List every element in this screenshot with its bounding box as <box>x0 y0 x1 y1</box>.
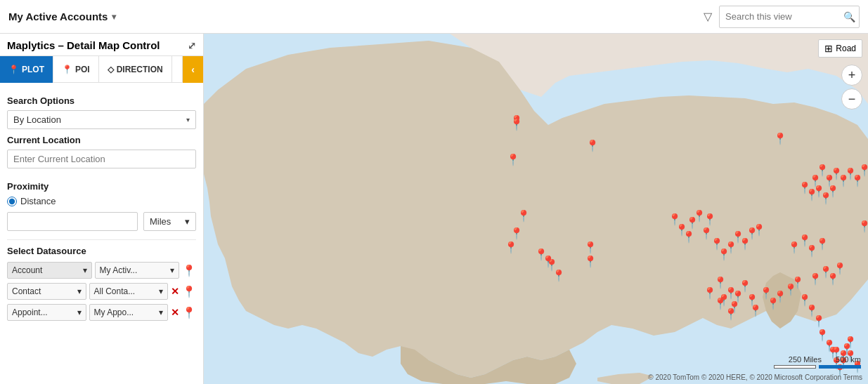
plot-button[interactable]: 📍 PLOT <box>0 56 53 83</box>
ds2-type-value: Contact <box>12 286 41 296</box>
unit-arrow: ▾ <box>185 216 190 227</box>
map-pin[interactable]: 📍 <box>815 239 829 250</box>
map-pin[interactable]: 📍 <box>752 225 766 236</box>
map-pin[interactable]: 📍 <box>738 281 752 292</box>
unit-dropdown[interactable]: Miles ▾ <box>143 212 196 231</box>
ds2-pin-icon[interactable]: 📍 <box>182 285 196 298</box>
map-pin[interactable]: 📍 <box>812 316 826 327</box>
distance-label: Distance <box>20 196 56 206</box>
map-pin[interactable]: 📍 <box>506 154 520 166</box>
search-options-dropdown[interactable]: By Location ▾ <box>7 110 196 129</box>
unit-value: Miles <box>150 216 171 227</box>
current-location-input[interactable] <box>7 150 196 168</box>
collapse-button[interactable]: ‹ <box>182 56 203 83</box>
ds1-type-arrow: ▾ <box>83 265 87 275</box>
map-pin[interactable]: 📍 <box>517 211 531 222</box>
scale-line <box>774 365 861 369</box>
divider <box>7 239 196 240</box>
zoom-out-button[interactable]: − <box>841 88 862 110</box>
collapse-arrow-icon: ‹ <box>191 64 195 75</box>
search-options-arrow: ▾ <box>186 116 190 124</box>
map-type-button[interactable]: ⊞ Road <box>818 39 862 58</box>
distance-radio-label[interactable]: Distance <box>7 196 56 206</box>
map-pin[interactable]: 📍 <box>843 337 857 348</box>
map-title: Maplytics – Detail Map Control <box>7 39 160 51</box>
ds2-view-value: All Conta... <box>94 286 136 296</box>
filter-icon[interactable]: ▽ <box>704 10 712 23</box>
ds3-type-value: Appoint... <box>12 307 48 317</box>
map-pin[interactable]: 📍 <box>826 274 840 285</box>
ds2-view-dropdown[interactable]: All Conta... ▾ <box>89 283 169 300</box>
search-input[interactable] <box>725 11 843 22</box>
main-area: Maplytics – Detail Map Control ⤢ 📍 PLOT … <box>0 34 868 384</box>
ds2-type-arrow: ▾ <box>77 286 82 296</box>
ds3-remove-button[interactable]: ✕ <box>171 307 179 318</box>
datasource-title: Select Datasource <box>7 246 196 256</box>
map-pin[interactable]: 📍 <box>703 214 717 225</box>
poi-label: POI <box>75 65 90 74</box>
map-svg <box>204 34 868 384</box>
ds1-pin-icon[interactable]: 📍 <box>182 264 196 277</box>
ds3-view-arrow: ▾ <box>159 307 163 317</box>
map-pin[interactable]: 📍 <box>585 140 600 152</box>
search-options-value: By Location <box>13 114 61 125</box>
map-pin[interactable]: 📍 <box>731 291 745 303</box>
search-box[interactable]: 🔍 <box>719 6 860 28</box>
map-pin[interactable]: 📍 <box>552 270 566 282</box>
plot-label: PLOT <box>22 65 44 74</box>
ds2-type-dropdown[interactable]: Contact ▾ <box>7 283 86 300</box>
datasource-row-2: Contact ▾ All Conta... ▾ ✕ 📍 <box>7 283 196 300</box>
zoom-controls: + − <box>841 65 862 110</box>
map-pin[interactable]: 📍 <box>826 186 840 197</box>
map-pin[interactable]: 📍 <box>510 228 524 239</box>
ds1-type-dropdown[interactable]: Account ▾ <box>7 262 92 279</box>
map-pin[interactable]: 📍 <box>510 119 524 131</box>
map-area[interactable]: 📍📍📍📍📍📍📍📍📍📍📍📍📍📍📍📍📍📍📍📍📍📍📍📍📍📍📍📍📍📍📍📍📍📍📍📍📍📍📍📍… <box>204 34 868 384</box>
scale-blue-seg <box>819 365 861 369</box>
ds1-view-value: My Activ... <box>100 265 138 275</box>
ds1-view-dropdown[interactable]: My Activ... ▾ <box>95 262 180 279</box>
map-pin[interactable]: 📍 <box>749 305 763 317</box>
ds3-view-value: My Appo... <box>94 307 134 317</box>
ds3-type-arrow: ▾ <box>77 307 82 317</box>
distance-row: Miles ▾ <box>7 212 196 231</box>
map-pin[interactable]: 📍 <box>504 242 518 253</box>
map-pin[interactable]: 📍 <box>541 256 555 267</box>
scale-white-seg <box>774 365 816 369</box>
top-bar: My Active Accounts ▾ ▽ 🔍 <box>0 0 868 34</box>
direction-button[interactable]: ◇ DIRECTION <box>99 56 172 83</box>
poi-button[interactable]: 📍 POI <box>53 56 99 83</box>
expand-icon[interactable]: ⤢ <box>188 40 196 51</box>
map-pin[interactable]: 📍 <box>738 239 752 250</box>
map-pin[interactable]: 📍 <box>682 232 696 243</box>
datasource-row-1: Account ▾ My Activ... ▾ 📍 <box>7 262 196 279</box>
search-icon: 🔍 <box>843 11 855 22</box>
top-bar-actions: ▽ 🔍 <box>704 6 860 28</box>
distance-value-input[interactable] <box>7 212 138 231</box>
ds1-view-arrow: ▾ <box>170 265 174 275</box>
scale-500: 500 km <box>836 355 861 364</box>
map-pin[interactable]: 📍 <box>583 256 597 267</box>
ds3-view-dropdown[interactable]: My Appo... ▾ <box>89 304 169 321</box>
map-pin[interactable]: 📍 <box>773 133 787 145</box>
map-pin[interactable]: 📍 <box>833 263 847 274</box>
map-pin[interactable]: 📍 <box>791 277 805 289</box>
ds2-remove-button[interactable]: ✕ <box>171 286 179 297</box>
map-pin[interactable]: 📍 <box>864 176 868 187</box>
proximity-title: Proximity <box>7 181 196 192</box>
scale-bar: 250 Miles 500 km <box>774 355 861 369</box>
distance-radio[interactable] <box>7 197 17 206</box>
map-type-label: Road <box>836 44 856 53</box>
map-pin[interactable]: 📍 <box>724 242 738 253</box>
map-pin[interactable]: 📍 <box>850 176 864 187</box>
title-dropdown-icon[interactable]: ▾ <box>112 12 116 22</box>
ds3-pin-icon[interactable]: 📍 <box>182 306 196 319</box>
page-title: My Active Accounts <box>8 11 108 22</box>
zoom-in-button[interactable]: + <box>841 65 862 86</box>
map-pin[interactable]: 📍 <box>583 242 597 253</box>
map-pin[interactable]: 📍 <box>724 309 738 320</box>
map-pin[interactable]: 📍 <box>857 221 868 232</box>
panel-content: Search Options By Location ▾ Current Loc… <box>0 83 203 332</box>
ds3-type-dropdown[interactable]: Appoint... ▾ <box>7 304 86 321</box>
map-toolbar: 📍 PLOT 📍 POI ◇ DIRECTION ‹ <box>0 56 203 83</box>
